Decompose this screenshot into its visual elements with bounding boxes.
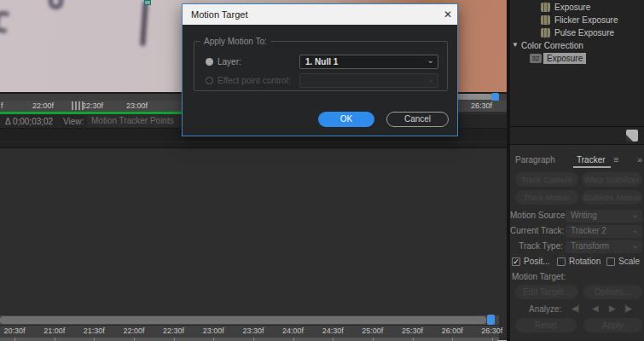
effect-section-header[interactable]: ▼Color Correction: [510, 40, 644, 53]
viewer-ruler-label: 26:30f: [471, 101, 492, 110]
reset-button[interactable]: Reset: [515, 318, 577, 332]
panel-menu-icon[interactable]: ≡: [613, 154, 618, 165]
analyze-1-frame-backward-icon[interactable]: ◀|: [571, 303, 578, 313]
layer-radio-label: Layer:: [218, 57, 241, 66]
effect-item-label: Exposure: [554, 3, 590, 12]
timeline-ruler-label: 25:30f: [402, 327, 423, 335]
panel-overflow-icon[interactable]: »: [637, 154, 642, 165]
timeline-ruler-tick: [134, 338, 135, 341]
effect-icon: [541, 3, 550, 12]
dropdown-value: Transform: [571, 241, 609, 251]
analyze-1-frame-forward-icon[interactable]: |▶: [624, 303, 631, 313]
checkbox-posit[interactable]: ✓: [512, 257, 520, 266]
dialog-title[interactable]: Motion Target: [183, 4, 457, 25]
handwriting-stroke: [0, 10, 9, 33]
effect-item[interactable]: Pulse Exposure: [510, 27, 644, 40]
timeline-ruler-label: 21:00f: [44, 327, 65, 335]
viewer-ruler-label: 23:00f: [126, 101, 148, 110]
duration-delta: Δ 0;00;03;02: [5, 117, 53, 126]
viewer-ruler-label: f: [1, 101, 3, 110]
timeline-ruler-tick: [174, 338, 175, 341]
field-label: Track Type:: [510, 241, 563, 251]
timeline-ruler-label: 24:30f: [322, 327, 344, 335]
options-button[interactable]: Options...: [583, 285, 642, 299]
selected-effect-label: Exposure: [543, 53, 586, 64]
edit-target-button[interactable]: Edit Target...: [515, 285, 578, 299]
motion-target-label: Motion Target:: [512, 272, 566, 281]
keyframe-marks: [72, 101, 84, 110]
triangle-down-icon: ▼: [512, 41, 519, 49]
timeline-scrollbar-thumb[interactable]: [0, 316, 486, 324]
new-preset-icon[interactable]: [626, 130, 638, 142]
timeline-ruler-label: 21:30f: [84, 327, 105, 335]
chevron-down-icon: ⌄: [632, 210, 639, 219]
layer-radio[interactable]: [206, 58, 213, 66]
layer-target-value: 1. Null 1: [305, 57, 338, 66]
dropdown-value: Writing: [571, 211, 597, 220]
timeline-ruler-tick: [452, 338, 453, 341]
effect-point-radio[interactable]: [206, 77, 213, 84]
dropdown-value: Tracker 2: [571, 226, 606, 235]
timeline-ruler-band: [0, 338, 499, 341]
checkbox-scale[interactable]: [606, 257, 615, 266]
motion-target-dialog: Motion Target ✕ Apply Motion To: Layer: …: [182, 3, 458, 136]
track-motion-button[interactable]: Track Motion: [515, 190, 578, 205]
warp-stabilizer-button[interactable]: Warp Stabilizer: [582, 172, 642, 187]
effect-icon: [541, 28, 550, 38]
field-label: Motion Source:: [510, 211, 563, 220]
cancel-button[interactable]: Cancel: [386, 112, 449, 127]
analyze-forward-icon[interactable]: ▶: [609, 303, 615, 313]
timeline-ruler-label: 26:00f: [442, 327, 463, 335]
tab-tracker[interactable]: Tracker: [577, 155, 606, 165]
timeline-ruler-tick: [55, 338, 55, 341]
track-type-dropdown[interactable]: Transform⌄: [566, 240, 642, 253]
chevron-down-icon: ⌄: [427, 55, 434, 65]
effect-item[interactable]: Exposure: [510, 2, 644, 14]
timeline-ruler-label: 23:00f: [203, 327, 224, 335]
effect-item[interactable]: Flicker Exposure: [510, 14, 644, 27]
timeline-ruler-label: 20:30f: [3, 327, 25, 335]
timeline-ruler-tick: [213, 338, 214, 341]
close-icon[interactable]: ✕: [438, 4, 457, 25]
timeline-ruler-tick: [333, 338, 334, 341]
tab-paragraph[interactable]: Paragraph: [515, 155, 555, 165]
layer-target-dropdown[interactable]: 1. Null 1 ⌄: [299, 55, 438, 69]
checkbox-label: Scale: [618, 257, 640, 266]
timeline-ruler-label: 22:00f: [123, 327, 144, 335]
timeline-ruler-label: 23:30f: [242, 327, 264, 335]
effect-point-radio-label: Effect point control:: [218, 76, 290, 85]
tracker-point-marker: [144, 0, 151, 5]
timeline-ruler-tick: [253, 338, 254, 341]
timeline-ruler-tick: [413, 338, 414, 341]
apply-button[interactable]: Apply: [583, 318, 642, 332]
timeline-ruler-tick: [94, 338, 95, 341]
current-time-indicator-head[interactable]: [487, 315, 495, 325]
motion-source-dropdown[interactable]: Writing⌄: [566, 210, 642, 223]
effect-section-label: Color Correction: [521, 41, 583, 50]
effect-item-label: Flicker Exposure: [554, 15, 618, 25]
effects-panel-footer: [510, 126, 644, 145]
effect-controls-panel: ExposureFlicker ExposurePulse Exposure▼C…: [510, 0, 644, 126]
view-dropdown[interactable]: Motion Tracker Points: [87, 115, 181, 127]
checkbox-rotation[interactable]: [557, 257, 566, 266]
field-label: Current Track:: [510, 226, 563, 235]
timeline-ruler-label: 24:00f: [282, 327, 304, 335]
effect-item-selected[interactable]: 32Exposure: [510, 53, 644, 66]
current-track-dropdown[interactable]: Tracker 2⌄: [566, 225, 642, 238]
chevron-down-icon: ⌄: [632, 240, 639, 250]
pen-stroke: [140, 1, 148, 46]
analyze-label: Analyze:: [529, 304, 561, 314]
analyze-backward-icon[interactable]: ◀: [592, 303, 598, 313]
stabilize-motion-button[interactable]: Stabilize Motion: [582, 190, 642, 205]
viewer-ruler-label: 22:00f: [32, 101, 54, 110]
ok-button[interactable]: OK: [318, 112, 374, 127]
track-camera-button[interactable]: Track Camera: [515, 172, 578, 187]
viewer-ruler-label: 22:30f: [82, 101, 103, 110]
active-tab-underline: [573, 166, 611, 168]
divider: [0, 142, 507, 142]
timeline-panel: 20:30f21:00f21:30f22:00f22:30f23:00f23:3…: [0, 148, 510, 341]
chevron-down-icon: ⌄: [632, 225, 639, 234]
timeline-ruler-tick: [15, 338, 15, 341]
timeline-ruler-label: 26:30f: [481, 327, 502, 335]
timeline-ruler-label: 25:00f: [362, 327, 383, 335]
